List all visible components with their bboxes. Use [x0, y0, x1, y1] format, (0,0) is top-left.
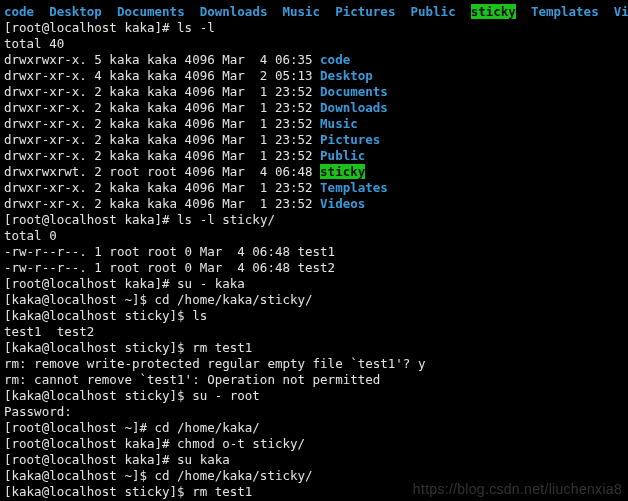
list-row: -rw-r--r--. 1 root root 0 Mar 4 06:48 te… — [4, 260, 624, 276]
list-row: drwxr-xr-x. 2 kaka kaka 4096 Mar 1 23:52… — [4, 196, 624, 212]
cmd-cd-sticky[interactable]: [kaka@localhost ~]$ cd /home/kaka/sticky… — [4, 292, 624, 308]
list-row: drwxrwxr-x. 5 kaka kaka 4096 Mar 4 06:35… — [4, 52, 624, 68]
file-name: Desktop — [320, 68, 373, 83]
cmd-su-root[interactable]: [kaka@localhost sticky]$ su - root — [4, 388, 624, 404]
header-directory-list: code Desktop Documents Downloads Music P… — [4, 4, 624, 20]
cmd-su-kaka2[interactable]: [root@localhost kaka]# su kaka — [4, 452, 624, 468]
file-name: Public — [320, 148, 365, 163]
list-row: drwxr-xr-x. 2 kaka kaka 4096 Mar 1 23:52… — [4, 84, 624, 100]
list-row: drwxr-xr-x. 2 kaka kaka 4096 Mar 1 23:52… — [4, 132, 624, 148]
file-name: Music — [320, 116, 358, 131]
cmd-ls[interactable]: [kaka@localhost sticky]$ ls — [4, 308, 624, 324]
dir-music: Music — [283, 4, 321, 19]
cmd-cd-home-kaka[interactable]: [root@localhost ~]# cd /home/kaka/ — [4, 420, 624, 436]
file-name: test2 — [298, 260, 336, 275]
cmd-chmod[interactable]: [root@localhost kaka]# chmod o-t sticky/ — [4, 436, 624, 452]
dir-videos: Videos — [614, 4, 628, 19]
ls-sticky-total: total 0 — [4, 228, 624, 244]
dir-downloads: Downloads — [200, 4, 268, 19]
ls-listing: drwxrwxr-x. 5 kaka kaka 4096 Mar 4 06:35… — [4, 52, 624, 212]
list-row: -rw-r--r--. 1 root root 0 Mar 4 06:48 te… — [4, 244, 624, 260]
file-name: Videos — [320, 196, 365, 211]
list-row: drwxr-xr-x. 4 kaka kaka 4096 Mar 2 05:13… — [4, 68, 624, 84]
ls-out: test1 test2 — [4, 324, 624, 340]
cmd-ls-l[interactable]: [root@localhost kaka]# ls -l — [4, 20, 624, 36]
list-row: drwxr-xr-x. 2 kaka kaka 4096 Mar 1 23:52… — [4, 100, 624, 116]
password-prompt[interactable]: Password: — [4, 404, 624, 420]
file-name: code — [320, 52, 350, 67]
cmd-rm-test1b[interactable]: [kaka@localhost sticky]$ rm test1 — [4, 484, 624, 500]
list-row: drwxrwxrwt. 2 root root 4096 Mar 4 06:48… — [4, 164, 624, 180]
cmd-cd-sticky2[interactable]: [kaka@localhost ~]$ cd /home/kaka/sticky… — [4, 468, 624, 484]
cmd-ls-l-sticky[interactable]: [root@localhost kaka]# ls -l sticky/ — [4, 212, 624, 228]
dir-code: code — [4, 4, 34, 19]
rm-confirm1: rm: remove write-protected regular empty… — [4, 356, 624, 372]
cmd-su-kaka[interactable]: [root@localhost kaka]# su - kaka — [4, 276, 624, 292]
dir-desktop: Desktop — [49, 4, 102, 19]
dir-templates: Templates — [531, 4, 599, 19]
cmd-rm-test1[interactable]: [kaka@localhost sticky]$ rm test1 — [4, 340, 624, 356]
file-name: Pictures — [320, 132, 380, 147]
ls-total: total 40 — [4, 36, 624, 52]
file-name: sticky — [320, 164, 365, 179]
list-row: drwxr-xr-x. 2 kaka kaka 4096 Mar 1 23:52… — [4, 180, 624, 196]
rm-error: rm: cannot remove `test1': Operation not… — [4, 372, 624, 388]
file-name: test1 — [298, 244, 336, 259]
file-name: Documents — [320, 84, 388, 99]
file-name: Templates — [320, 180, 388, 195]
dir-documents: Documents — [117, 4, 185, 19]
dir-public: Public — [411, 4, 456, 19]
list-row: drwxr-xr-x. 2 kaka kaka 4096 Mar 1 23:52… — [4, 148, 624, 164]
dir-sticky: sticky — [471, 4, 516, 19]
dir-pictures: Pictures — [335, 4, 395, 19]
file-name: Downloads — [320, 100, 388, 115]
ls-sticky-listing: -rw-r--r--. 1 root root 0 Mar 4 06:48 te… — [4, 244, 624, 276]
list-row: drwxr-xr-x. 2 kaka kaka 4096 Mar 1 23:52… — [4, 116, 624, 132]
